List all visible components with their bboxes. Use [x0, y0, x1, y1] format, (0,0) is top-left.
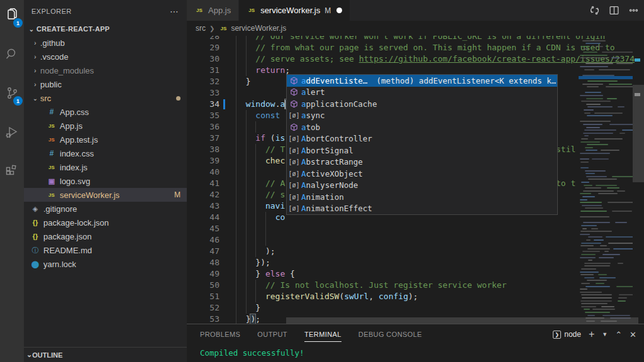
panel-tab-problems[interactable]: PROBLEMS — [200, 324, 240, 344]
search-icon — [4, 47, 19, 62]
more-actions-icon[interactable]: ⋯ — [170, 6, 179, 16]
code-line-50[interactable]: 50 // Is not localhost. Just register se… — [187, 280, 644, 291]
suggest-item-atob[interactable]: atob — [287, 121, 557, 133]
tree-item-.gitignore[interactable]: ◈.gitignore — [24, 202, 187, 216]
code-line-52[interactable]: 52 } — [187, 302, 644, 314]
activitybar-source-control[interactable]: 1 — [0, 78, 24, 108]
horizontal-scrollbar[interactable] — [286, 317, 638, 324]
code-line-29[interactable]: 29 // from what our page is served on. T… — [187, 42, 644, 53]
terminal-select[interactable]: ❯ node — [553, 330, 581, 339]
chevron-right-icon: ❯ — [209, 25, 214, 32]
tree-item-index.css[interactable]: #index.css — [24, 146, 187, 160]
tree-item-index.js[interactable]: JSindex.js — [24, 160, 187, 174]
method-kind-icon — [289, 77, 299, 85]
overview-ruler-marker — [635, 93, 640, 96]
code-text: ); — [236, 246, 275, 257]
split-editor-icon[interactable] — [609, 5, 619, 16]
unsaved-dot-icon[interactable] — [336, 8, 342, 13]
line-number: 40 — [187, 167, 219, 178]
suggest-item-AbortController[interactable]: [ø]AbortController — [287, 133, 557, 145]
code-line-51[interactable]: 51 registerValidSW(swUrl, config); — [187, 291, 644, 302]
suggest-item-ActiveXObject[interactable]: [ø]ActiveXObject — [287, 168, 557, 180]
suggest-item-applicationCache[interactable]: applicationCache — [287, 98, 557, 110]
tree-item-.github[interactable]: ›.github — [24, 36, 187, 50]
scrollbar-slider[interactable] — [633, 85, 644, 182]
explorer-sidebar: EXPLORER ⋯ ⌄CREATE-REACT-APP›.github›.vs… — [24, 0, 187, 362]
svgf-file-icon: ▣ — [47, 177, 57, 185]
code-text: chec — [236, 155, 285, 167]
activitybar-search[interactable] — [0, 39, 24, 69]
suggest-item-Animation[interactable]: [ø]Animation — [287, 191, 557, 203]
close-panel-icon[interactable]: ✕ — [630, 330, 636, 339]
panel-tab-debug-console[interactable]: DEBUG CONSOLE — [358, 324, 422, 344]
suggest-item-alert[interactable]: alert — [287, 87, 557, 99]
tree-item-CREATE-REACT-APP[interactable]: ⌄CREATE-REACT-APP — [24, 22, 187, 36]
code-line-46[interactable]: 46 — [187, 234, 644, 246]
panel-tab-output[interactable]: OUTPUT — [257, 324, 287, 344]
maximize-panel-icon[interactable]: ⌃ — [615, 330, 622, 339]
outline-section-header[interactable]: ⌄ OUTLINE — [24, 347, 187, 362]
tree-item-.vscode[interactable]: ›.vscode — [24, 50, 187, 63]
code-line-45[interactable]: 45 — [187, 223, 644, 234]
tree-item-package-lock.json[interactable]: {}package-lock.json — [24, 216, 187, 229]
open-changes-icon[interactable] — [589, 5, 600, 16]
json-file-icon: {} — [30, 233, 40, 240]
suggest-item-AbortSignal[interactable]: [ø]AbortSignal — [287, 145, 557, 156]
activitybar-extensions[interactable] — [0, 156, 24, 186]
more-actions-icon[interactable] — [628, 5, 639, 16]
suggest-item-async[interactable]: [ø]async — [287, 110, 557, 122]
tree-item-label: App.js — [60, 121, 82, 131]
code-text-tail: stil — [556, 144, 575, 155]
panel-tab-terminal[interactable]: TERMINAL — [304, 324, 341, 344]
css-file-icon: # — [47, 149, 57, 158]
code-text: // A — [236, 178, 285, 189]
breadcrumb-item[interactable]: src — [196, 24, 206, 33]
symbol-kind-icon: [ø] — [289, 182, 299, 189]
tree-item-public[interactable]: ›public — [24, 77, 187, 91]
suggest-item-addEventListe…[interactable]: addEventListe…(method) addEventListener<… — [287, 75, 557, 87]
line-number: 30 — [187, 53, 219, 65]
tree-item-App.js[interactable]: JSApp.js — [24, 119, 187, 133]
suggest-item-AbstractRange[interactable]: [ø]AbstractRange — [287, 156, 557, 168]
code-line-49[interactable]: 49 } else { — [187, 268, 644, 280]
vertical-scrollbar[interactable] — [633, 36, 644, 324]
line-number: 32 — [187, 76, 219, 87]
tree-item-src[interactable]: ⌄src — [24, 91, 187, 105]
code-line-30[interactable]: 30 // serve assets; see https://github.c… — [187, 53, 644, 65]
method-kind-icon — [289, 100, 299, 108]
tree-item-package.json[interactable]: {}package.json — [24, 229, 187, 243]
chevron-down-icon[interactable]: ▼ — [602, 331, 608, 337]
breadcrumb[interactable]: src❯JSserviceWorker.js — [187, 21, 644, 36]
tab-App.js[interactable]: JSApp.js — [187, 0, 238, 21]
tree-item-serviceWorker.js[interactable]: JSserviceWorker.jsM — [24, 188, 187, 202]
tree-item-App.test.js[interactable]: JSApp.test.js — [24, 133, 187, 146]
tree-item-label: logo.svg — [60, 177, 90, 186]
tree-item-logo.svg[interactable]: ▣logo.svg — [24, 174, 187, 188]
tree-item-README.md[interactable]: ⓘREADME.md — [24, 243, 187, 257]
tree-item-App.css[interactable]: #App.css — [24, 105, 187, 119]
code-line-48[interactable]: 48 }); — [187, 257, 644, 268]
tree-item-label: package-lock.json — [43, 218, 109, 228]
code-text: // s — [236, 189, 285, 200]
tab-serviceWorker.js[interactable]: JSserviceWorker.jsM — [239, 0, 350, 21]
chevron-down-icon: ⌄ — [26, 351, 32, 359]
tree-item-label: public — [40, 80, 62, 89]
tree-item-node_modules[interactable]: ›node_modules — [24, 63, 187, 77]
symbol-kind-icon: [ø] — [289, 158, 299, 165]
new-terminal-icon[interactable]: + — [589, 329, 594, 340]
indent-guide — [255, 223, 256, 234]
tree-item-label: App.test.js — [60, 135, 98, 145]
activitybar-explorer[interactable]: 1 — [0, 0, 24, 30]
minimap[interactable] — [579, 36, 633, 324]
tree-item-yarn.lock[interactable]: ⬤yarn.lock — [24, 257, 187, 271]
line-number: 43 — [187, 200, 219, 212]
line-number: 33 — [187, 87, 219, 99]
suggest-item-AnimationEffect[interactable]: [ø]AnimationEffect — [287, 203, 557, 215]
breadcrumb-item[interactable]: serviceWorker.js — [231, 24, 286, 33]
js-file-icon: JS — [194, 8, 204, 13]
code-line-28[interactable]: 28 // Our service worker won't work if P… — [187, 36, 644, 42]
activitybar-run-debug[interactable] — [0, 117, 24, 147]
suggest-item-AnalyserNode[interactable]: [ø]AnalyserNode — [287, 180, 557, 192]
line-number: 28 — [187, 36, 219, 42]
code-line-47[interactable]: 47 ); — [187, 246, 644, 257]
